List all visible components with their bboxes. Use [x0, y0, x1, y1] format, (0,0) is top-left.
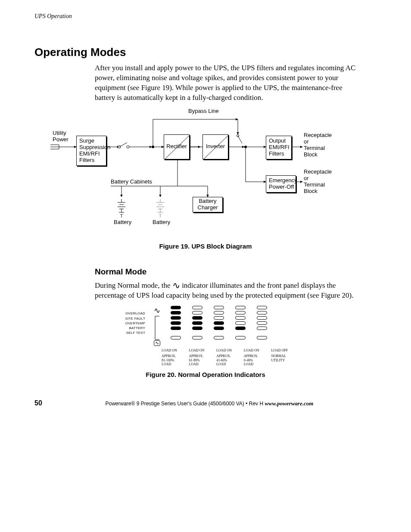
fault-label: OVERLOAD — [119, 311, 145, 316]
figure-20-caption: Figure 20. Normal Operation Indicators — [34, 371, 377, 378]
page-number: 50 — [34, 399, 42, 407]
page-footer: 50 Powerware® 9 Prestige Series User's G… — [0, 399, 411, 407]
led-bar — [235, 306, 246, 309]
load-line: LOAD ON — [216, 348, 237, 353]
svg-line-55 — [164, 135, 189, 159]
fault-label-column: OVERLOAD SITE FAULT OVERTEMP BATTERY SEL… — [119, 306, 145, 335]
battery-label-1: Battery — [114, 219, 131, 226]
indicator-column — [233, 306, 248, 339]
lamp-indicator — [214, 336, 224, 339]
sine-wave-icon: ∿ — [172, 280, 180, 291]
footer-url: www.powerware.com — [265, 400, 313, 407]
indicator-column — [255, 306, 269, 339]
svg-text:T: T — [120, 214, 123, 218]
indicator-column — [212, 306, 226, 339]
led-bar — [235, 327, 246, 330]
inverter-box: Inverter — [202, 134, 228, 159]
led-bar — [171, 321, 181, 325]
load-line: LOAD ON — [189, 348, 210, 353]
battery-label-2: Battery — [153, 219, 170, 226]
indicator-column — [168, 306, 183, 339]
svg-line-7 — [119, 143, 127, 147]
normal-mode-heading: Normal Mode — [95, 267, 377, 277]
battery-charger-box: Battery Charger — [193, 197, 223, 212]
led-bar — [257, 321, 267, 325]
svg-line-56 — [203, 135, 228, 159]
led-bar — [171, 327, 181, 330]
utility-power-label: Utility Power — [53, 130, 68, 143]
led-bar — [235, 316, 246, 320]
led-bar — [257, 306, 267, 309]
svg-line-15 — [238, 136, 242, 143]
figure-19-caption: Figure 19. UPS Block Diagram — [34, 243, 377, 250]
lamp-indicator — [192, 336, 202, 339]
lamp-indicator — [235, 336, 246, 339]
load-line: LOAD OFF — [271, 348, 292, 353]
lamp-indicator — [171, 336, 181, 339]
figure-19-block-diagram: T T Bypass Line Utility Power Surge Supp… — [55, 111, 356, 240]
lamp-indicator — [257, 336, 267, 339]
led-bar — [235, 311, 246, 314]
led-bar — [171, 306, 181, 309]
surge-suppression-box: Surge Suppression EMI/RFI Filters — [76, 136, 106, 166]
inverter-on-icon: ∿ — [154, 340, 160, 346]
load-sub: APPROX. 0-40% LOAD — [244, 354, 258, 366]
led-bar — [214, 306, 224, 309]
fault-label: SELF TEST — [119, 330, 145, 335]
fault-label: BATTERY — [119, 326, 145, 330]
led-bar — [214, 321, 224, 325]
column-captions: LOAD ONAPPROX. 81-100% LOAD LOAD ONAPPRO… — [162, 348, 292, 366]
fault-label: OVERTEMP — [119, 321, 145, 326]
svg-point-8 — [127, 146, 129, 148]
receptacle-label-2: Receptacle or Terminal Block — [304, 169, 332, 195]
rectifier-box: Rectifier — [164, 134, 190, 159]
normal-para-pre: During Normal mode, the — [95, 281, 172, 289]
receptacle-label-1: Receptacle or Terminal Block — [304, 132, 332, 158]
led-bar — [171, 311, 181, 314]
led-bar — [192, 306, 202, 309]
led-bar — [214, 316, 224, 320]
indicator-column — [190, 306, 205, 339]
epo-box: Emergency Power-Off — [266, 175, 296, 193]
page: UPS Operation Operating Modes After you … — [0, 0, 411, 532]
output-filters-box: Output EMI/RFI Filters — [266, 136, 292, 159]
led-bar — [192, 321, 202, 325]
operating-modes-heading: Operating Modes — [34, 46, 377, 59]
load-sub: APPROX. 61-80% LOAD — [189, 354, 204, 366]
load-sub: NORMAL UTILITY — [271, 354, 286, 362]
led-bar — [257, 311, 267, 314]
load-line: LOAD ON — [162, 348, 182, 353]
normal-mode-paragraph: During Normal mode, the ∿ indicator illu… — [95, 278, 359, 301]
led-bar — [257, 316, 267, 320]
led-bar — [192, 316, 202, 320]
led-bar — [214, 327, 224, 330]
led-bar — [235, 321, 246, 325]
mode-icon-column: ∿ ∿ — [152, 306, 162, 346]
bracket-icon — [153, 315, 160, 340]
led-bar — [257, 327, 267, 330]
svg-text:T: T — [159, 214, 162, 218]
load-sub: APPROX. 81-100% LOAD — [162, 354, 176, 366]
led-bar — [171, 316, 181, 320]
battery-cabinets-label: Battery Cabinets — [111, 179, 152, 185]
bypass-line-label: Bypass Line — [188, 108, 219, 115]
led-bar — [192, 311, 202, 314]
sine-wave-icon: ∿ — [154, 306, 160, 315]
led-bar — [214, 311, 224, 314]
load-line: LOAD ON — [244, 348, 265, 353]
fault-label: SITE FAULT — [119, 316, 145, 321]
load-sub: APPROX. 41-60% LOAD — [216, 354, 231, 366]
figure-20-indicators: OVERLOAD SITE FAULT OVERTEMP BATTERY SEL… — [119, 306, 292, 366]
footer-text: Powerware® 9 Prestige Series User's Guid… — [105, 401, 265, 407]
running-header: UPS Operation — [34, 13, 377, 20]
intro-paragraph: After you install and apply power to the… — [95, 63, 359, 103]
led-bar — [192, 327, 202, 330]
